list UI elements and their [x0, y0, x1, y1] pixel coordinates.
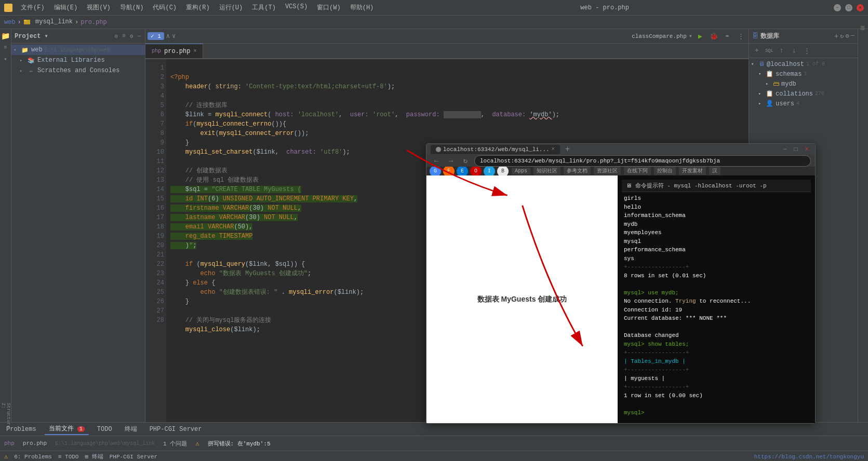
status-server-btn[interactable]: PHP-CGI Server [110, 454, 157, 460]
bookmark-console[interactable]: 控制台 [654, 167, 676, 175]
db-item-localhost[interactable]: ▾ 🖥 @localhost 1 of 8 [749, 59, 858, 69]
browser-icon-ie[interactable]: I [484, 167, 495, 175]
tab-label: pro.php [164, 48, 190, 55]
run-more-btn[interactable]: ⋮ [735, 31, 746, 42]
structure-icon[interactable]: ≡ [1, 43, 10, 52]
bookmark-ref[interactable]: 参考文档 [564, 167, 591, 175]
terminal-line-5: myemployees [624, 228, 809, 237]
browser-icon-opera[interactable]: O [470, 167, 482, 175]
db-arrow-mydb: ▸ [766, 81, 773, 87]
browser-refresh-icon[interactable]: ↻ [460, 155, 471, 167]
menu-refactor[interactable]: 重构(R) [184, 3, 212, 12]
browser-minimize[interactable]: − [783, 146, 786, 153]
browser-icon-firefox[interactable]: F [443, 167, 455, 175]
down-arrow-icon[interactable]: ∨ [172, 32, 176, 40]
menu-code[interactable]: 代码(C) [151, 3, 179, 12]
browser-active-tab[interactable]: localhost:63342/web/mysql_li... × [431, 145, 560, 154]
browser-back-icon[interactable]: ← [431, 155, 442, 167]
db-settings-icon[interactable]: ⚙ [846, 32, 849, 40]
db-add-icon[interactable]: + [834, 32, 838, 40]
project-icon[interactable]: 📁 [1, 31, 10, 40]
browser-tab-close-icon[interactable]: × [552, 146, 555, 152]
db-toolbar-nav-down[interactable]: ↓ [789, 45, 800, 57]
menu-file[interactable]: 文件(F) [19, 3, 47, 12]
browser-titlebar: localhost:63342/web/mysql_li... × + − □ … [426, 144, 815, 155]
db-toolbar-add[interactable]: + [751, 45, 763, 57]
db-header: 🗄 数据库 + ↻ ⚙ — [749, 29, 858, 44]
breadcrumb-file[interactable]: pro.php [81, 19, 106, 26]
tree-item-web[interactable]: ▾ 📁 web E:\1.language\php\web [11, 45, 145, 55]
browser-url-bar[interactable]: localhost:63342/web/mysql_link/pro.php?_… [474, 155, 811, 167]
menu-help[interactable]: 帮助(H) [348, 3, 376, 12]
terminal-db-changed: Database changed [624, 331, 809, 340]
terminal-content[interactable]: girls hello information_schema mydb myem… [622, 192, 811, 419]
minimize-button[interactable]: − [834, 4, 841, 11]
project-collapse-icon[interactable]: ≡ [121, 32, 127, 40]
browser-forward-icon[interactable]: → [445, 155, 457, 167]
db-item-schemas[interactable]: ▾ 📋 schemas 1 [749, 69, 858, 79]
db-item-collations[interactable]: ▸ 📋 collations 270 [749, 89, 858, 99]
menu-edit[interactable]: 编辑(E) [52, 3, 80, 12]
bookmark-knowledge[interactable]: 知识社区 [533, 167, 560, 175]
db-toolbar-sql[interactable]: SQL [764, 45, 775, 57]
menu-tools[interactable]: 工具(T) [250, 3, 278, 12]
project-locate-icon[interactable]: ⊙ [114, 32, 119, 40]
terminal-prompt: mysql> [624, 409, 809, 417]
browser-icon-brave[interactable]: B [497, 167, 509, 175]
window-title: web - pro.php [580, 4, 629, 11]
tree-item-external-libs[interactable]: ▸ 📚 External Libraries [11, 55, 145, 65]
breadcrumb-folder[interactable]: mysql_link [23, 18, 73, 25]
file-selector-arrow[interactable]: ▾ [689, 32, 692, 40]
run-debug-btn[interactable]: 🐞 [708, 31, 719, 42]
scratch-icon: ✏ [27, 66, 35, 75]
db-item-mydb[interactable]: ▸ 🗃 mydb [749, 79, 858, 89]
close-button[interactable]: ✕ [857, 4, 864, 11]
browser-maximize[interactable]: □ [794, 146, 798, 153]
project-settings-icon[interactable]: ⚙ [129, 32, 135, 40]
browser-close[interactable]: × [805, 146, 809, 153]
menu-vcs[interactable]: VCS(S) [283, 3, 310, 12]
db-toolbar-nav-up[interactable]: ↑ [776, 45, 787, 57]
tab-close-icon[interactable]: × [193, 48, 196, 54]
z-structure-icon[interactable]: Z: Structure [1, 411, 10, 420]
menu-nav[interactable]: 导航(N) [118, 3, 146, 12]
tab-pro-php[interactable]: php pro.php × [145, 44, 203, 58]
db-label-schemas: schemas [776, 71, 802, 78]
bottom-tab-terminal[interactable]: 终端 [121, 424, 141, 435]
db-count-users: 4 [796, 101, 799, 106]
status-problems-icon[interactable]: ⚠ [4, 453, 8, 460]
bottom-tab-todo[interactable]: TODO [93, 425, 116, 434]
run-coverage-btn[interactable]: ☂ [722, 31, 733, 42]
status-terminal-btn[interactable]: ⊞ 终端 [85, 453, 103, 460]
bottom-tab-server[interactable]: PHP-CGI Server [145, 425, 206, 434]
bottom-tab-current[interactable]: 当前文件 1 [45, 423, 89, 435]
tree-item-scratches[interactable]: ▸ ✏ Scratches and Consoles [11, 65, 145, 76]
project-close-icon[interactable]: — [136, 32, 142, 40]
tree-arrow-scratches: ▸ [20, 68, 27, 74]
menu-window[interactable]: 窗口(W) [315, 3, 343, 12]
browser-new-tab-icon[interactable]: + [565, 145, 570, 154]
run-green-btn[interactable]: ▶ [695, 31, 706, 42]
favorites-icon[interactable]: ★ [1, 54, 10, 63]
bookmark-resource[interactable]: 资源社区 [594, 167, 621, 175]
db-toolbar-more[interactable]: ⋮ [801, 45, 812, 57]
up-arrow-icon[interactable]: ∧ [166, 32, 170, 40]
db-item-users[interactable]: ▸ 👤 users 4 [749, 99, 858, 109]
bookmark-download[interactable]: 在线下阿 [624, 167, 651, 175]
tab-file-icon: php [152, 48, 161, 54]
browser-icon-edge[interactable]: E [457, 167, 468, 175]
db-minimize-icon[interactable]: — [851, 32, 854, 40]
bottom-tab-problems[interactable]: Problems [2, 425, 41, 434]
browser-icon-chrome[interactable]: G [430, 167, 441, 175]
tree-arrow-external: ▸ [20, 58, 27, 63]
status-todo-btn[interactable]: ≡ TODO [58, 454, 79, 460]
bookmark-dev[interactable]: 开发案材 [679, 167, 706, 175]
db-refresh-icon[interactable]: ↻ [840, 32, 844, 40]
menu-view[interactable]: 视图(V) [85, 3, 113, 12]
bookmark-more[interactable]: 汉 [709, 167, 720, 175]
maximize-button[interactable]: □ [845, 4, 852, 11]
bookmark-apps[interactable]: Apps [512, 168, 530, 174]
status-problems-count[interactable]: 6: Problems [14, 454, 52, 460]
breadcrumb-web[interactable]: web [4, 19, 16, 26]
menu-run[interactable]: 运行(U) [217, 3, 245, 12]
